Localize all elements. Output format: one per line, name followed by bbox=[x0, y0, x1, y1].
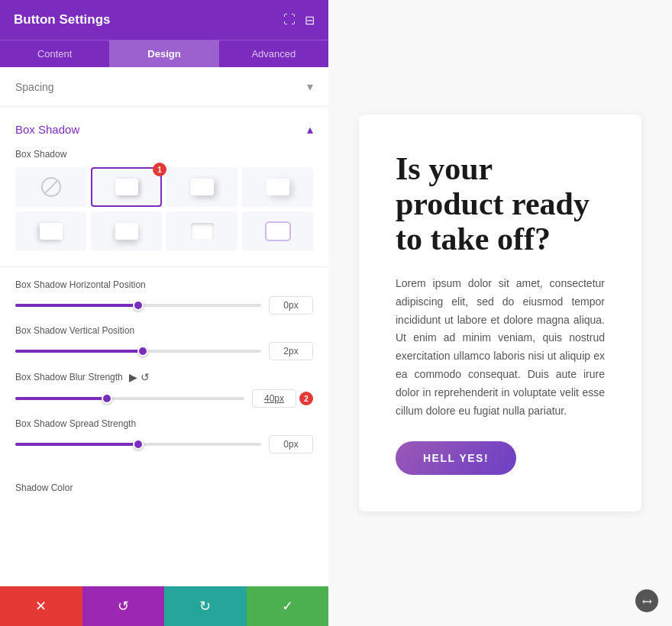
content-card: Is your product ready to take off? Lorem… bbox=[359, 115, 641, 512]
slider-horizontal-controls bbox=[15, 296, 313, 315]
shadow-box-4 bbox=[40, 223, 63, 240]
expand-icon[interactable]: ⛶ bbox=[283, 13, 296, 27]
reset-icon[interactable]: ↺ bbox=[141, 371, 150, 383]
spacing-arrow-icon: ▾ bbox=[307, 79, 313, 94]
redo-button[interactable]: ↻ bbox=[164, 586, 247, 626]
columns-icon[interactable]: ⊟ bbox=[305, 13, 315, 27]
slider-vertical-label: Box Shadow Vertical Position bbox=[15, 325, 313, 336]
panel-footer: ✕ ↺ ↻ ✓ bbox=[0, 586, 328, 626]
panel-tabs: Content Design Advanced bbox=[0, 40, 328, 67]
blur-label-icons: ▶ ↺ bbox=[129, 371, 150, 383]
slider-blur-controls: 2 bbox=[15, 389, 313, 408]
slider-blur-fill bbox=[15, 397, 107, 400]
shadow-color-label: Shadow Color bbox=[15, 482, 313, 493]
box-shadow-title: Box Shadow bbox=[15, 123, 79, 136]
slider-spread-thumb[interactable] bbox=[133, 439, 144, 450]
slider-blur-track[interactable] bbox=[15, 397, 244, 400]
panel-title: Button Settings bbox=[14, 12, 111, 27]
shadow-box-1 bbox=[115, 179, 138, 195]
shadow-box-7 bbox=[267, 223, 289, 240]
shadow-box-2 bbox=[191, 179, 214, 195]
slider-spread-controls bbox=[15, 435, 313, 453]
cta-button[interactable]: HELL YES! bbox=[396, 441, 516, 475]
slider-blur-value[interactable] bbox=[252, 389, 296, 408]
shadow-box-3 bbox=[267, 179, 289, 195]
undo-button[interactable]: ↺ bbox=[82, 586, 165, 626]
slider-horizontal-fill bbox=[15, 304, 138, 307]
slider-spread-label: Box Shadow Spread Strength bbox=[15, 418, 313, 429]
tab-design[interactable]: Design bbox=[109, 40, 218, 67]
blur-badge: 2 bbox=[299, 392, 313, 405]
right-panel: Is your product ready to take off? Lorem… bbox=[328, 0, 672, 626]
slider-vertical-row: Box Shadow Vertical Position bbox=[15, 325, 313, 360]
drag-handle[interactable]: ⤢ bbox=[635, 589, 658, 612]
slider-spread-value[interactable] bbox=[269, 435, 313, 453]
shadow-preset-4[interactable] bbox=[15, 211, 86, 251]
shadow-box-5 bbox=[115, 223, 138, 240]
panel-header: Button Settings ⛶ ⊟ bbox=[0, 0, 328, 40]
shadow-preset-2[interactable] bbox=[166, 167, 237, 207]
slider-blur-row: Box Shadow Blur Strength ▶ ↺ bbox=[15, 371, 313, 408]
drag-handle-icon: ⤢ bbox=[638, 592, 656, 610]
tab-content[interactable]: Content bbox=[0, 40, 109, 67]
slider-horizontal-row: Box Shadow Horizontal Position bbox=[15, 279, 313, 315]
cancel-button[interactable]: ✕ bbox=[0, 586, 82, 626]
shadow-preset-5[interactable] bbox=[91, 211, 162, 251]
shadow-preset-1[interactable]: 1 bbox=[91, 167, 162, 207]
shadow-color-section: Shadow Color bbox=[0, 476, 328, 505]
slider-spread-row: Box Shadow Spread Strength bbox=[15, 418, 313, 453]
shadow-preset-none[interactable] bbox=[15, 167, 86, 207]
shadow-preset-3[interactable] bbox=[242, 167, 313, 207]
slider-horizontal-label: Box Shadow Horizontal Position bbox=[15, 279, 313, 290]
shadow-preset-6[interactable] bbox=[166, 211, 237, 251]
tab-advanced[interactable]: Advanced bbox=[219, 40, 328, 67]
shadow-presets-grid: 1 bbox=[15, 167, 313, 251]
content-body: Lorem ipsum dolor sit amet, consectetur … bbox=[396, 275, 605, 420]
slider-horizontal-thumb[interactable] bbox=[133, 300, 144, 311]
sliders-section: Box Shadow Horizontal Position Box Shado… bbox=[0, 267, 328, 476]
box-shadow-collapse-icon[interactable]: ▴ bbox=[307, 122, 313, 137]
box-shadow-presets-label: Box Shadow bbox=[15, 149, 313, 160]
main-wrapper: Button Settings ⛶ ⊟ Content Design Advan… bbox=[0, 0, 672, 626]
slider-blur-value-wrap: 2 bbox=[252, 389, 313, 408]
slider-horizontal-track[interactable] bbox=[15, 304, 261, 307]
left-panel: Button Settings ⛶ ⊟ Content Design Advan… bbox=[0, 0, 328, 626]
cursor-icon: ▶ bbox=[129, 371, 137, 383]
slider-vertical-fill bbox=[15, 350, 143, 353]
spacing-section-header[interactable]: Spacing ▾ bbox=[0, 67, 328, 107]
save-button[interactable]: ✓ bbox=[247, 586, 329, 626]
shadow-preset-7[interactable] bbox=[242, 211, 313, 251]
spacing-title: Spacing bbox=[15, 81, 54, 93]
slider-horizontal-value[interactable] bbox=[269, 296, 313, 315]
box-shadow-section: Box Shadow ▴ Box Shadow 1 bbox=[0, 107, 328, 267]
slider-blur-label: Box Shadow Blur Strength ▶ ↺ bbox=[15, 371, 313, 383]
slider-vertical-value[interactable] bbox=[269, 342, 313, 360]
no-shadow-icon bbox=[41, 177, 61, 197]
shadow-box-6 bbox=[191, 223, 214, 240]
slider-vertical-track[interactable] bbox=[15, 350, 261, 353]
slider-vertical-controls bbox=[15, 342, 313, 360]
box-shadow-header: Box Shadow ▴ bbox=[15, 122, 313, 137]
preset-badge-1: 1 bbox=[153, 163, 166, 176]
panel-header-icons: ⛶ ⊟ bbox=[283, 13, 315, 27]
panel-body: Spacing ▾ Box Shadow ▴ Box Shadow bbox=[0, 67, 328, 586]
slider-spread-fill bbox=[15, 443, 138, 446]
slider-spread-track[interactable] bbox=[15, 443, 261, 446]
slider-vertical-thumb[interactable] bbox=[137, 346, 148, 357]
content-heading: Is your product ready to take off? bbox=[396, 151, 605, 257]
slider-blur-thumb[interactable] bbox=[102, 393, 112, 404]
